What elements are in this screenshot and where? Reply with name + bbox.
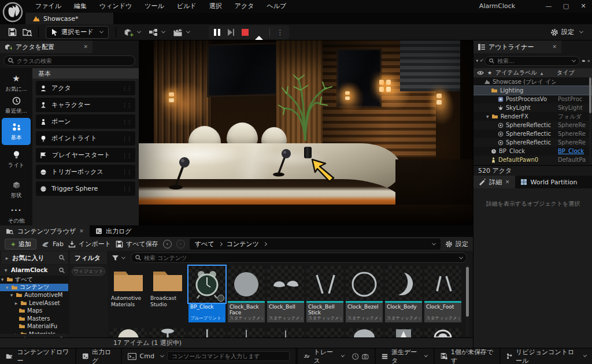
level-tab-showcase[interactable]: Showcase* xyxy=(25,13,113,24)
asset-tile-mesh[interactable]: Clock_Bellスタティックメッ... xyxy=(267,266,304,322)
menu-tools[interactable]: ツール xyxy=(138,0,171,13)
asset-tile-mesh[interactable]: Clock_Bodyスタティックメッ... xyxy=(385,266,422,322)
close-icon[interactable]: ✕ xyxy=(552,44,557,50)
menu-actor[interactable]: アクタ xyxy=(228,0,261,13)
category-other[interactable]: ••• その他 xyxy=(2,205,31,225)
drag-handle-icon[interactable]: ⋮⋮ xyxy=(122,119,131,125)
outliner-column-headers[interactable]: ★ アイテムラベル ▲ タイプ xyxy=(473,68,592,77)
category-shapes[interactable]: 形状 xyxy=(2,179,31,199)
breadcrumb[interactable]: すべて コンテンツ xyxy=(190,239,441,250)
asset-tile-partial[interactable] xyxy=(267,328,304,337)
output-log-button[interactable]: 出力ログ xyxy=(76,348,122,364)
tree-item-automotive[interactable]: ▼ AutomotiveM xyxy=(0,291,68,299)
tree-item-levelasset[interactable]: ▶ LevelAsset xyxy=(0,299,68,307)
output-log-tab[interactable]: 出力ログ xyxy=(90,225,138,237)
search-icon[interactable] xyxy=(59,255,65,261)
browse-content-icon[interactable] xyxy=(20,26,35,39)
add-button[interactable]: ＋ 追加 xyxy=(5,239,36,250)
outliner-row-actor[interactable]: SphereReflecticSphereRe xyxy=(473,129,592,138)
asset-tile-folder[interactable]: Automotive Materials xyxy=(110,267,147,307)
place-item-actor[interactable]: アクタ⋮⋮ xyxy=(36,81,135,95)
drag-handle-icon[interactable]: ⋮⋮ xyxy=(122,136,131,142)
asset-tile-partial[interactable] xyxy=(346,328,383,337)
content-browser-tab[interactable]: コンテンツブラウザ ✕ xyxy=(0,225,90,237)
outliner-search-box[interactable] xyxy=(484,56,580,66)
place-item-trigger-box[interactable]: トリガーボックス⋮⋮ xyxy=(36,165,135,179)
content-settings-dropdown[interactable]: 設定 xyxy=(445,240,468,248)
tree-item-content[interactable]: ▼ コンテンツ xyxy=(0,284,68,292)
chevron-down-icon[interactable] xyxy=(459,255,463,259)
filter-header[interactable]: フィルタ xyxy=(70,251,107,264)
collapsed-arrow-icon[interactable]: ▶ xyxy=(5,256,9,260)
outliner-row-actor[interactable]: SphereReflecticSphereRe xyxy=(473,121,592,129)
pause-button[interactable] xyxy=(210,26,224,39)
session-icon[interactable] xyxy=(352,352,359,361)
maximize-button[interactable]: ▢ xyxy=(557,0,575,13)
favorites-section[interactable]: ▶ お気に入り xyxy=(1,251,68,264)
outliner-tab[interactable]: アウトライナー ✕ xyxy=(473,40,561,53)
place-actors-tab[interactable]: + アクタを配置 ✕ xyxy=(0,40,92,53)
category-lights[interactable]: ライト xyxy=(2,149,31,169)
unreal-logo-icon[interactable] xyxy=(2,1,24,23)
menu-edit[interactable]: 編集 xyxy=(68,0,93,13)
gear-icon[interactable] xyxy=(587,57,590,65)
details-tab[interactable]: 詳細 ✕ xyxy=(473,176,515,188)
drag-handle-icon[interactable]: ⋮⋮ xyxy=(122,102,131,108)
unsaved-button[interactable]: 1個が未保存です xyxy=(435,348,501,364)
asset-grid-scrollbar-thumb[interactable] xyxy=(466,267,469,317)
viewport[interactable] xyxy=(139,40,473,225)
menu-window[interactable]: ウィンドウ xyxy=(93,0,138,13)
asset-tile-partial[interactable] xyxy=(306,328,343,337)
frame-step-button[interactable] xyxy=(224,26,238,39)
outliner-row-actor[interactable]: SphereReflecticSphereRe xyxy=(473,138,592,147)
bp-clock-type-link[interactable]: BP_Clock xyxy=(558,148,591,154)
outliner-row-folder[interactable]: ▼ RenderFXフォルダ xyxy=(473,112,592,121)
drag-handle-icon[interactable]: ⋮⋮ xyxy=(122,153,131,158)
place-item-pawn[interactable]: ポーン⋮⋮ xyxy=(36,114,135,129)
content-drawer-button[interactable]: コンテンツドロワー xyxy=(0,348,76,364)
collapsed-arrow-icon[interactable]: ▶ xyxy=(14,301,18,305)
drag-handle-icon[interactable]: ⋮⋮ xyxy=(122,86,131,91)
class-search-input[interactable] xyxy=(17,58,131,64)
place-item-character[interactable]: キャラクター⋮⋮ xyxy=(36,98,135,112)
asset-tile-partial[interactable] xyxy=(424,328,461,337)
console-command-input[interactable] xyxy=(172,353,285,359)
tree-item-all[interactable]: ▼ すべて xyxy=(0,276,68,284)
asset-tile-bp-clock-selected[interactable]: BP_Clock ブループリント ク... xyxy=(188,266,225,322)
asset-filter-dropdown[interactable] xyxy=(112,255,125,261)
menu-select[interactable]: 選択 xyxy=(203,0,228,13)
cinematics-dropdown[interactable] xyxy=(169,28,194,36)
asset-tile-partial[interactable] xyxy=(228,328,265,337)
editor-settings-dropdown[interactable]: 設定 xyxy=(550,28,587,36)
expanded-arrow-icon[interactable]: ▼ xyxy=(3,268,8,272)
place-item-trigger-sphere[interactable]: Trigger Sphere⋮⋮ xyxy=(36,181,135,196)
class-search-box[interactable] xyxy=(3,55,135,66)
search-icon[interactable] xyxy=(59,268,65,273)
minimize-button[interactable]: — xyxy=(540,0,557,13)
outliner-search-input[interactable] xyxy=(497,58,569,64)
asset-tile-mesh[interactable]: Clock_Back Faceスタティックメッ... xyxy=(228,266,265,322)
asset-tile-partial[interactable] xyxy=(110,328,147,337)
eject-button[interactable] xyxy=(252,26,266,39)
asset-tile-mesh[interactable]: Clock_Footスタティックメッ... xyxy=(424,266,461,322)
category-basic[interactable]: 基本 xyxy=(2,118,31,145)
expanded-arrow-icon[interactable]: ▼ xyxy=(486,114,489,118)
category-recent[interactable]: 最近使... xyxy=(2,95,31,115)
outliner-row-actor[interactable]: SkyLightSkyLight xyxy=(473,103,592,112)
expanded-arrow-icon[interactable]: ▼ xyxy=(5,285,9,289)
menu-file[interactable]: ファイル xyxy=(29,0,68,13)
menu-help[interactable]: ヘルプ xyxy=(260,0,293,13)
chevron-down-icon[interactable] xyxy=(480,58,483,61)
asset-search-box[interactable] xyxy=(131,252,467,263)
asset-tile-mesh[interactable]: Clock_Bell Stickスタティックメッ... xyxy=(306,266,343,322)
tree-item-masters[interactable]: Masters xyxy=(0,315,68,323)
save-icon[interactable] xyxy=(5,26,20,39)
asset-tile-partial[interactable] xyxy=(149,328,186,337)
outliner-row-default-pawn[interactable]: DefaultPawn0DefaultPa xyxy=(473,155,592,164)
fab-button[interactable]: Fab xyxy=(41,240,64,248)
select-mode-dropdown[interactable]: 選択モード xyxy=(46,26,109,39)
outliner-row-actor[interactable]: PostProcessVoPostProc xyxy=(473,95,592,103)
asset-tile-folder[interactable]: Broadcast Studio xyxy=(149,267,186,307)
revision-control-dropdown[interactable]: リビジョンコントロール xyxy=(501,348,592,364)
stop-button[interactable] xyxy=(238,26,252,39)
